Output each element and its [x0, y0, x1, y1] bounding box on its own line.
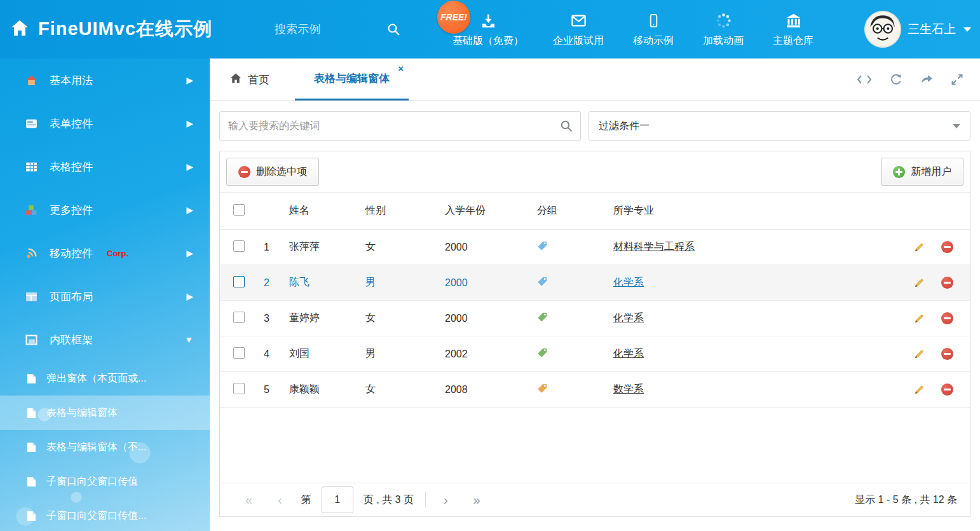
code-icon[interactable]	[857, 74, 872, 85]
filter-dropdown[interactable]: 过滤条件一	[589, 111, 970, 141]
delete-icon[interactable]	[941, 241, 953, 253]
edit-icon[interactable]	[913, 348, 925, 360]
row-number: 4	[255, 336, 280, 372]
blocks-icon	[25, 204, 38, 216]
sidebar-subitem-label: 弹出窗体（本页面或...	[46, 372, 146, 385]
envelope-icon	[569, 11, 588, 29]
sidebar-item-label: 表格控件	[50, 160, 93, 174]
sidebar-subitem[interactable]: 弹出窗体（本页面或...	[0, 361, 210, 396]
delete-selected-button[interactable]: 删除选中项	[226, 158, 319, 186]
expand-icon[interactable]	[951, 73, 963, 86]
select-all-checkbox[interactable]	[233, 204, 245, 216]
col-major: 所学专业	[604, 193, 894, 230]
row-number: 5	[255, 372, 280, 408]
tab-active-label: 表格与编辑窗体	[314, 71, 390, 86]
filter-dropdown-value: 过滤条件一	[599, 120, 650, 133]
sidebar-subitem[interactable]: 表格与编辑窗体	[0, 396, 210, 430]
header-search-input[interactable]	[273, 22, 378, 37]
download-icon	[480, 11, 497, 29]
user-name: 三生石上	[908, 21, 956, 38]
sidebar-item[interactable]: 表单控件▶	[0, 102, 210, 145]
header-search	[273, 0, 400, 59]
next-page-button[interactable]: ›	[431, 493, 461, 507]
sidebar-item[interactable]: 移动控件Corp.▶	[0, 231, 210, 275]
row-checkbox[interactable]	[233, 383, 245, 394]
sidebar-item[interactable]: 基本用法▶	[0, 59, 210, 102]
tag-icon	[537, 347, 548, 358]
user-menu[interactable]: 三生石上	[864, 0, 971, 59]
header-nav-item[interactable]: 企业版试用	[545, 0, 611, 59]
tab-actions	[857, 59, 980, 100]
major-link[interactable]: 化学系	[613, 312, 644, 323]
sidebar-item-label: 移动控件	[50, 246, 93, 261]
tab-home[interactable]: 首页	[220, 59, 280, 100]
search-icon[interactable]	[560, 120, 573, 132]
sidebar-subitem[interactable]: 子窗口向父窗口传值	[0, 464, 210, 499]
search-icon[interactable]	[386, 22, 400, 36]
sidebar-subitem-label: 子窗口向父窗口传值	[46, 475, 138, 488]
col-actions	[894, 193, 970, 230]
row-checkbox[interactable]	[233, 276, 245, 287]
brand: FineUIMvc在线示例	[10, 0, 212, 59]
edit-icon[interactable]	[913, 277, 925, 289]
sidebar-subitem[interactable]: 表格与编辑窗体（不...	[0, 430, 210, 464]
delete-icon[interactable]	[941, 348, 953, 360]
corp-badge: Corp.	[107, 249, 128, 258]
page-label-suffix: 页 , 共 3 页	[357, 493, 420, 507]
close-icon[interactable]: ×	[398, 64, 404, 73]
cell-gender: 男	[357, 265, 436, 301]
delete-icon[interactable]	[941, 383, 953, 396]
edit-icon[interactable]	[913, 242, 925, 253]
tag-icon	[537, 312, 548, 322]
add-user-button[interactable]: 新增用户	[881, 158, 963, 186]
sidebar-item[interactable]: 表格控件▶	[0, 145, 210, 188]
cell-year: 2000	[436, 265, 528, 301]
form-icon	[25, 118, 38, 130]
major-link[interactable]: 化学系	[613, 348, 644, 359]
avatar	[864, 11, 901, 48]
keyword-search-input[interactable]	[219, 111, 581, 141]
app-home-icon	[10, 18, 29, 40]
row-checkbox[interactable]	[233, 240, 245, 252]
plus-circle-icon	[893, 166, 905, 178]
app-title: FineUIMvc在线示例	[38, 17, 212, 42]
row-checkbox[interactable]	[233, 347, 245, 359]
first-page-button[interactable]: «	[233, 493, 265, 507]
cell-name: 康颖颖	[280, 372, 357, 408]
sidebar-item-label: 内联框架	[50, 333, 93, 347]
share-icon[interactable]	[920, 73, 933, 86]
col-gender: 性别	[357, 193, 436, 230]
sidebar-item[interactable]: 页面布局▶	[0, 275, 210, 318]
sidebar-item[interactable]: 更多控件▶	[0, 188, 210, 231]
sidebar-item-label: 基本用法	[50, 73, 93, 88]
refresh-icon[interactable]	[890, 73, 902, 86]
major-link[interactable]: 材料科学与工程系	[613, 241, 695, 252]
header-nav-item[interactable]: 加载动画	[695, 0, 751, 59]
layout-icon	[25, 291, 38, 303]
tab-grid-edit-window[interactable]: 表格与编辑窗体 ×	[295, 59, 409, 100]
delete-icon[interactable]	[941, 312, 953, 324]
delete-icon[interactable]	[941, 277, 953, 289]
major-link[interactable]: 数学系	[613, 383, 644, 394]
frame-icon	[25, 334, 38, 346]
table-row[interactable]: 3董婷婷女2000化学系	[220, 301, 970, 336]
cell-name: 刘国	[280, 336, 357, 372]
sidebar-item[interactable]: 内联框架▼	[0, 318, 210, 361]
header-nav-label: 基础版（免费）	[453, 34, 524, 48]
file-icon	[27, 511, 36, 521]
edit-icon[interactable]	[913, 313, 925, 324]
prev-page-button[interactable]: ‹	[265, 493, 295, 507]
table-row[interactable]: 1张萍萍女2000材料科学与工程系	[220, 230, 970, 265]
cell-gender: 女	[357, 372, 436, 408]
sidebar-subitem[interactable]: 子窗口向父窗口传值...	[0, 499, 210, 531]
row-checkbox[interactable]	[233, 312, 245, 323]
table-row[interactable]: 5康颖颖女2008数学系	[220, 372, 970, 408]
header-nav-item[interactable]: 移动示例	[625, 0, 681, 59]
last-page-button[interactable]: »	[461, 493, 493, 507]
table-row[interactable]: 2陈飞男2000化学系	[220, 265, 970, 301]
edit-icon[interactable]	[913, 384, 925, 396]
major-link[interactable]: 化学系	[613, 277, 644, 287]
header-nav-item[interactable]: 主题仓库	[765, 0, 821, 59]
page-number-input[interactable]	[322, 486, 353, 513]
table-row[interactable]: 4刘国男2002化学系	[220, 336, 970, 372]
